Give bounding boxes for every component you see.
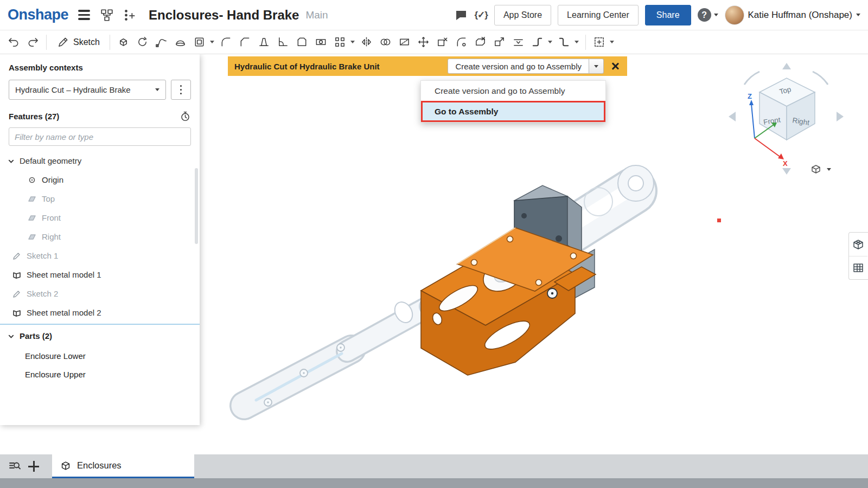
learning-center-button[interactable]: Learning Center <box>558 5 639 25</box>
window-bottom-strip <box>0 478 868 488</box>
thicken-icon[interactable] <box>190 33 209 52</box>
feature-toolbar: Sketch <box>0 30 868 54</box>
hamburger-menu-icon[interactable] <box>78 10 90 20</box>
notification-dropdown-button[interactable] <box>589 59 604 74</box>
redo-button[interactable] <box>23 33 42 52</box>
tab-enclosures[interactable]: Enclosures <box>52 454 194 478</box>
sheet-metal-3d-view-button[interactable] <box>849 233 867 256</box>
app-store-button[interactable]: App Store <box>494 5 551 25</box>
context-dropdown[interactable]: Hydraulic Cut – Hydraulic Brake <box>9 80 166 100</box>
share-button[interactable]: Share <box>645 5 691 25</box>
chevron-down-icon[interactable] <box>350 41 355 43</box>
close-icon[interactable] <box>609 60 621 72</box>
avatar[interactable] <box>725 5 744 25</box>
help-icon[interactable]: ? <box>698 8 711 22</box>
mate-connector-icon[interactable] <box>590 33 609 52</box>
tree-item-origin[interactable]: Origin <box>0 170 200 189</box>
view-cube[interactable]: Top Front Right Z X <box>726 61 846 179</box>
transform-icon[interactable] <box>414 33 433 52</box>
tree-item-default-geometry[interactable]: Default geometry <box>0 151 200 170</box>
panel-scrollbar[interactable] <box>195 168 198 244</box>
toolbar-separator <box>110 35 110 50</box>
fillet-icon[interactable] <box>217 33 235 52</box>
rib-icon[interactable] <box>274 33 292 52</box>
origin-icon <box>27 175 37 185</box>
sketch-button[interactable]: Sketch <box>51 33 105 52</box>
move-face-icon[interactable] <box>490 33 509 52</box>
user-name: Katie Huffman (Onshape) <box>748 10 852 21</box>
document-title[interactable]: Enclosures- Hand Brake <box>149 8 299 23</box>
menu-item-create-version[interactable]: Create version and go to Assembly <box>421 81 605 101</box>
plane-icon <box>27 232 37 242</box>
parts-section-header[interactable]: Parts (2) <box>0 325 200 346</box>
chevron-down-icon[interactable] <box>610 41 614 43</box>
tree-item-right-plane[interactable]: Right <box>0 227 200 246</box>
tree-item-top-plane[interactable]: Top <box>0 189 200 208</box>
modify-fillet-icon[interactable] <box>452 33 471 52</box>
sheet-metal-icon <box>12 308 22 318</box>
rollback-history-icon[interactable] <box>180 111 191 122</box>
sketch-icon <box>12 251 22 261</box>
sheet-metal-utilities-icon[interactable] <box>555 33 573 52</box>
split-icon[interactable] <box>395 33 414 52</box>
z-axis-label: Z <box>748 92 752 100</box>
branch-name[interactable]: Main <box>305 9 328 21</box>
user-menu[interactable]: Katie Huffman (Onshape) <box>725 5 860 25</box>
insert-new-element-icon[interactable] <box>123 8 137 22</box>
chamfer-icon[interactable] <box>236 33 254 52</box>
mirror-icon[interactable] <box>358 33 376 52</box>
chevron-down-icon[interactable] <box>210 41 214 43</box>
plane-icon <box>27 213 37 223</box>
delete-face-icon[interactable] <box>471 33 490 52</box>
tree-item-sketch-2[interactable]: Sketch 2 <box>0 284 200 303</box>
sheet-metal-flange-icon[interactable] <box>528 33 547 52</box>
linear-pattern-icon[interactable] <box>331 33 349 52</box>
featurescript-notices-icon[interactable]: {✓} <box>474 9 487 21</box>
manage-tabs-icon[interactable] <box>7 458 23 474</box>
tree-item-sheet-metal-model-1[interactable]: Sheet metal model 1 <box>0 265 200 284</box>
chevron-down-icon[interactable] <box>575 41 579 43</box>
tree-item-sheet-metal-model-2[interactable]: Sheet metal model 2 <box>0 303 200 322</box>
replace-face-icon[interactable] <box>509 33 528 52</box>
tree-item-front-plane[interactable]: Front <box>0 208 200 227</box>
versions-graph-icon[interactable] <box>100 8 114 22</box>
top-bar: Onshape Enclosures- Hand Brake Main {✓} … <box>0 0 868 30</box>
context-menu-button[interactable] <box>171 80 191 100</box>
graphics-area[interactable]: Assembly contexts Hydraulic Cut – Hydrau… <box>0 54 868 454</box>
sweep-icon[interactable] <box>152 33 171 52</box>
loft-icon[interactable] <box>171 33 190 52</box>
context-value: Hydraulic Cut – Hydraulic Brake <box>15 85 131 94</box>
sheet-metal-icon <box>12 270 22 280</box>
revolve-icon[interactable] <box>133 33 152 52</box>
kebab-icon <box>180 85 182 95</box>
part-row-enclosure-lower[interactable]: Enclosure Lower <box>0 346 200 365</box>
shell-icon[interactable] <box>293 33 311 52</box>
flat-pattern-view-button[interactable] <box>849 256 867 279</box>
onshape-logo[interactable]: Onshape <box>8 7 68 23</box>
feature-tree: Default geometry Origin Top Front Right … <box>0 151 200 322</box>
chevron-down-icon[interactable] <box>8 157 15 164</box>
boolean-icon[interactable] <box>376 33 395 52</box>
chevron-down-icon[interactable] <box>548 41 552 43</box>
part-row-enclosure-upper[interactable]: Enclosure Upper <box>0 365 200 383</box>
filter-input[interactable] <box>9 127 191 146</box>
part-studio-icon <box>60 460 72 472</box>
delete-part-icon[interactable] <box>433 33 452 52</box>
plane-icon <box>27 194 37 204</box>
extrude-icon[interactable] <box>114 33 133 52</box>
toolbar-separator <box>585 35 586 50</box>
tree-item-sketch-1[interactable]: Sketch 1 <box>0 246 200 265</box>
chevron-down-icon <box>594 65 598 68</box>
selection-dot <box>717 219 721 222</box>
create-version-button[interactable]: Create version and go to Assembly <box>448 59 589 74</box>
notification-message: Hydraulic Cut of Hydraulic Brake Unit <box>234 62 442 71</box>
comments-icon[interactable] <box>455 9 468 22</box>
menu-item-go-to-assembly[interactable]: Go to Assembly <box>421 101 605 122</box>
x-axis-label: X <box>783 159 788 168</box>
draft-icon[interactable] <box>255 33 273 52</box>
view-options-button[interactable] <box>809 163 831 176</box>
hole-icon[interactable] <box>312 33 330 52</box>
help-menu[interactable]: ? <box>698 8 718 22</box>
undo-button[interactable] <box>4 33 23 52</box>
add-tab-icon[interactable] <box>27 460 40 473</box>
